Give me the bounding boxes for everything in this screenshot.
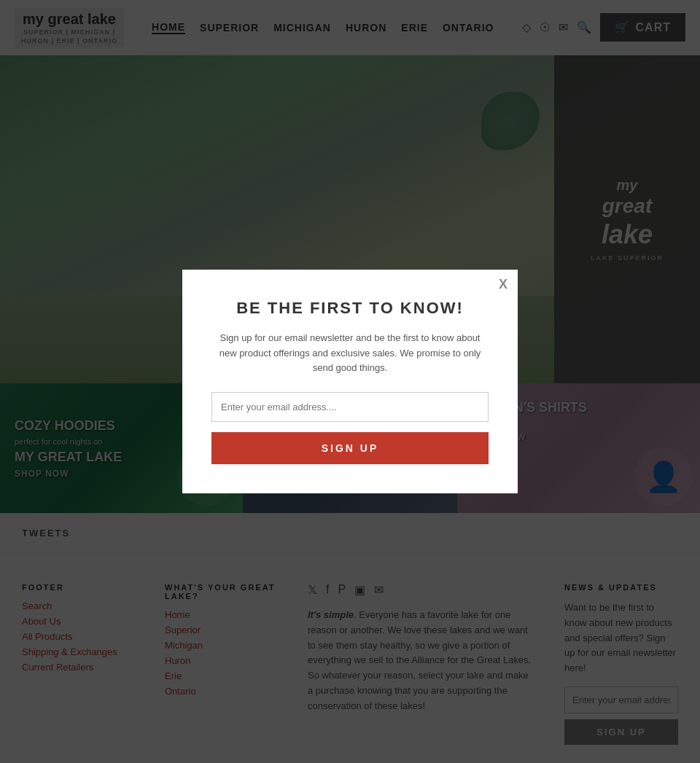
modal-signup-button[interactable]: SIGN UP [211, 432, 489, 464]
modal: X BE THE FIRST TO KNOW! Sign up for our … [182, 270, 518, 493]
modal-description: Sign up for our email newsletter and be … [211, 331, 489, 376]
modal-close-button[interactable]: X [499, 277, 508, 292]
modal-overlay[interactable]: X BE THE FIRST TO KNOW! Sign up for our … [0, 0, 700, 763]
modal-title: BE THE FIRST TO KNOW! [211, 299, 489, 318]
modal-email-input[interactable] [211, 392, 489, 422]
